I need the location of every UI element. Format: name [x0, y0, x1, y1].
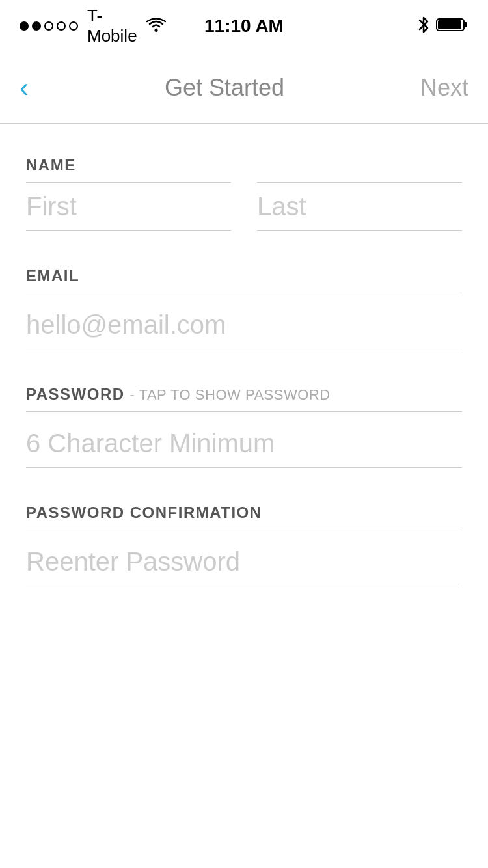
email-input[interactable]	[26, 301, 462, 349]
status-left: T-Mobile	[20, 6, 150, 46]
password-confirm-input[interactable]	[26, 538, 462, 586]
status-bar: T-Mobile 11:10 AM	[0, 0, 488, 52]
battery-icon	[436, 16, 468, 36]
signal-dot-1	[20, 21, 29, 31]
next-button[interactable]: Next	[414, 68, 468, 108]
email-top-divider	[26, 293, 462, 293]
password-confirm-section: PASSWORD CONFIRMATION	[26, 504, 462, 586]
email-section: EMAIL	[26, 267, 462, 349]
password-confirm-bottom-divider	[26, 586, 462, 586]
name-section: NAME	[26, 156, 462, 231]
nav-title: Get Started	[35, 74, 414, 102]
last-name-col	[257, 182, 462, 231]
carrier-label: T-Mobile	[87, 6, 137, 46]
password-section: PASSWORD - TAP TO SHOW PASSWORD	[26, 385, 462, 468]
first-name-input[interactable]	[26, 183, 231, 230]
password-label-row: PASSWORD - TAP TO SHOW PASSWORD	[26, 385, 462, 403]
svg-rect-3	[438, 20, 461, 29]
signal-dot-4	[57, 21, 66, 31]
password-input[interactable]	[26, 420, 462, 467]
form-content: NAME EMAIL PASSWORD - TAP TO SHOW PASSWO…	[0, 124, 488, 648]
first-name-bottom-divider	[26, 230, 231, 231]
signal-dot-5	[69, 21, 78, 31]
status-right	[338, 16, 468, 36]
last-name-input[interactable]	[257, 183, 462, 230]
password-top-divider	[26, 411, 462, 412]
nav-bar: ‹ Get Started Next	[0, 52, 488, 124]
password-confirm-label: PASSWORD CONFIRMATION	[26, 504, 462, 522]
status-time: 11:10 AM	[150, 16, 338, 36]
password-bottom-divider	[26, 467, 462, 468]
name-label: NAME	[26, 156, 462, 174]
last-name-bottom-divider	[257, 230, 462, 231]
signal-dot-3	[44, 21, 53, 31]
password-label: PASSWORD	[26, 385, 125, 403]
svg-rect-2	[464, 22, 467, 27]
password-confirm-top-divider	[26, 530, 462, 530]
signal-dot-2	[32, 21, 41, 31]
first-name-col	[26, 182, 231, 231]
email-bottom-divider	[26, 349, 462, 349]
bluetooth-icon	[418, 16, 429, 36]
back-button[interactable]: ‹	[20, 68, 35, 108]
email-label: EMAIL	[26, 267, 462, 285]
signal-dots	[20, 21, 78, 31]
password-sub-label: - TAP TO SHOW PASSWORD	[130, 387, 331, 403]
name-row	[26, 182, 462, 231]
